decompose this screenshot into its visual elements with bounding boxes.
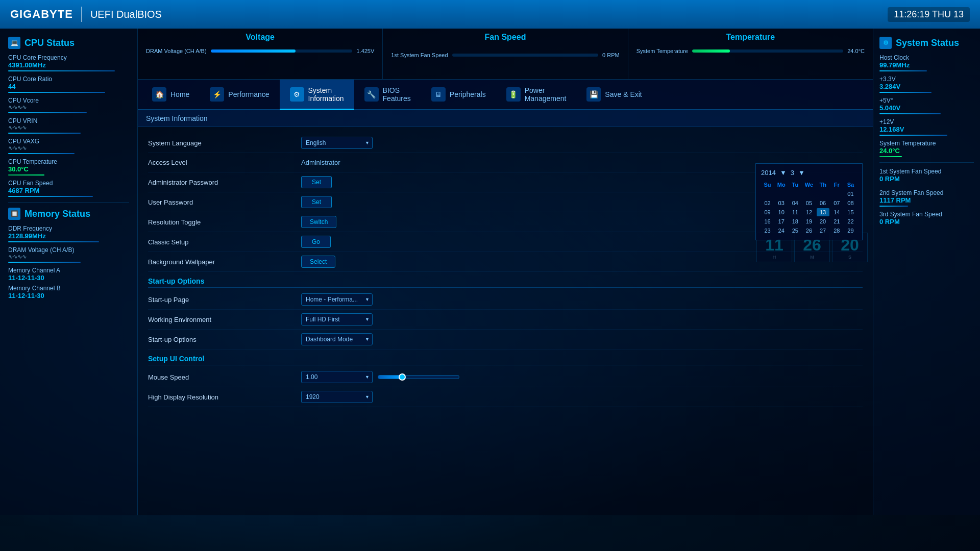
cal-header-tu: Tu — [789, 181, 801, 189]
system-language-row: System Language English — [148, 133, 863, 153]
cal-day-01[interactable]: 01 — [844, 190, 857, 198]
nav-tabs: 🏠 Home ⚡ Performance ⚙ SystemInformation… — [138, 80, 873, 110]
cal-day-19[interactable]: 19 — [802, 217, 815, 226]
peripherals-tab-icon: 🖥 — [431, 87, 446, 102]
v5-value: 5.040V — [879, 104, 974, 112]
cal-day-12[interactable]: 12 — [802, 208, 815, 216]
home-tab-icon: 🏠 — [152, 87, 166, 102]
cal-day-25[interactable]: 25 — [789, 227, 801, 235]
tab-save-exit[interactable]: 💾 Save & Exit — [576, 80, 652, 110]
temperature-title: Temperature — [636, 33, 865, 42]
cpu-vrin-bar — [8, 133, 81, 134]
save-exit-tab-icon: 💾 — [586, 87, 601, 102]
dram-volt-bar — [8, 262, 81, 263]
v33-label: +3.3V — [879, 76, 974, 83]
cal-day-07[interactable]: 07 — [830, 199, 843, 207]
startup-options-row: Start-up Options Dashboard Mode — [148, 330, 863, 349]
tab-peripherals[interactable]: 🖥 Peripherals — [421, 80, 496, 110]
resolution-switch-button[interactable]: Switch — [301, 216, 336, 228]
cal-day-10[interactable]: 10 — [775, 208, 788, 216]
cal-day-13[interactable]: 13 — [817, 208, 829, 216]
tab-bios-features[interactable]: 🔧 BIOSFeatures — [354, 80, 421, 110]
host-clock-bar — [879, 70, 927, 71]
sensor-area: Voltage DRAM Voltage (CH A/B) 1.425V Fan… — [138, 29, 873, 80]
system-status-stats: Host Clock 99.79MHz +3.3V 3.284V +5V° 5.… — [879, 54, 974, 228]
cal-day-06[interactable]: 06 — [817, 199, 829, 207]
host-clock-value: 99.79MHz — [879, 61, 974, 69]
startup-options-select-wrapper: Dashboard Mode — [301, 333, 373, 345]
cal-day-23[interactable]: 23 — [761, 227, 774, 235]
v12-bar — [879, 135, 947, 136]
startup-page-select[interactable]: Home - Performa... — [301, 293, 373, 306]
calendar-year: 2014 — [761, 169, 776, 177]
cal-day-24[interactable]: 24 — [775, 227, 788, 235]
fan-speed-block: Fan Speed 1st System Fan Speed 0 RPM — [383, 29, 628, 79]
working-env-select-wrapper: Full HD First — [301, 313, 373, 325]
cal-day-08[interactable]: 08 — [844, 199, 857, 207]
high-display-resolution-select[interactable]: 1920 — [301, 391, 373, 403]
fan-speed-title: Fan Speed — [391, 33, 619, 42]
tab-save-exit-label: Save & Exit — [605, 90, 642, 98]
ddr-freq-bar — [8, 241, 99, 242]
cal-day-21[interactable]: 21 — [830, 217, 843, 226]
fan2-value: 1117 RPM — [879, 196, 974, 204]
cpu-vaxg-label: CPU VAXG — [8, 138, 129, 145]
cal-day-02[interactable]: 02 — [761, 199, 774, 207]
cal-header-th: Th — [817, 181, 829, 189]
cal-day-15[interactable]: 15 — [844, 208, 857, 216]
tab-performance[interactable]: ⚡ Performance — [200, 80, 279, 110]
startup-page-control: Home - Performa... — [301, 293, 863, 306]
mouse-speed-select[interactable]: 1.00 — [301, 371, 373, 383]
user-password-set-button[interactable]: Set — [301, 196, 332, 208]
cal-day-29[interactable]: 29 — [844, 227, 857, 235]
cal-day-16[interactable]: 16 — [761, 217, 774, 226]
working-env-select[interactable]: Full HD First — [301, 313, 373, 325]
cal-day-03[interactable]: 03 — [775, 199, 788, 207]
calendar-header: 2014 ▼ 3 ▼ — [761, 169, 857, 177]
cal-day-11[interactable]: 11 — [789, 208, 801, 216]
tab-system-information[interactable]: ⚙ SystemInformation — [280, 80, 354, 110]
cal-day-28[interactable]: 28 — [830, 227, 843, 235]
system-status-icon: ⚙ — [879, 37, 892, 49]
background-wallpaper-select-button[interactable]: Select — [301, 256, 335, 268]
voltage-block: Voltage DRAM Voltage (CH A/B) 1.425V — [138, 29, 383, 79]
dram-volt-value: ∿∿∿∿ — [8, 254, 129, 260]
admin-password-set-button[interactable]: Set — [301, 176, 332, 188]
ddr-freq-label: DDR Frequency — [8, 225, 129, 232]
system-language-select[interactable]: English — [301, 137, 373, 149]
cpu-temp-label: CPU Temperature — [8, 158, 129, 165]
tab-home[interactable]: 🏠 Home — [142, 80, 200, 110]
tab-power-management[interactable]: 🔋 PowerManagement — [496, 80, 577, 110]
classic-setup-go-button[interactable]: Go — [301, 236, 331, 248]
cal-day-18[interactable]: 18 — [789, 217, 801, 226]
tab-performance-label: Performance — [228, 90, 269, 98]
sys-temp-row: System Temperature 24.0°C — [636, 48, 865, 54]
cal-day-27[interactable]: 27 — [817, 227, 829, 235]
working-env-label: Working Environment — [148, 316, 301, 323]
topbar: GIGABYTE UEFI DualBIOS 11:26:19 THU 13 — [0, 0, 980, 29]
working-env-row: Working Environment Full HD First — [148, 310, 863, 330]
cpu-vrin-value: ∿∿∿∿ — [8, 124, 129, 131]
mouse-speed-slider-track[interactable] — [378, 375, 459, 379]
cpu-fan-label: CPU Fan Speed — [8, 180, 129, 187]
cal-day-14[interactable]: 14 — [830, 208, 843, 216]
access-level-label: Access Level — [148, 159, 301, 166]
cal-day-04[interactable]: 04 — [789, 199, 801, 207]
startup-options-select[interactable]: Dashboard Mode — [301, 333, 373, 345]
cal-day-05[interactable]: 05 — [802, 199, 815, 207]
cal-day-22[interactable]: 22 — [844, 217, 857, 226]
panel-divider — [8, 202, 129, 203]
fan3-value: 0 RPM — [879, 218, 974, 226]
cal-day-17[interactable]: 17 — [775, 217, 788, 226]
cal-day-20[interactable]: 20 — [817, 217, 829, 226]
cal-day-26[interactable]: 26 — [802, 227, 815, 235]
tab-peripherals-label: Peripherals — [450, 90, 486, 98]
cpu-vcore-label: CPU Vcore — [8, 97, 129, 104]
power-tab-icon: 🔋 — [506, 87, 521, 102]
fan-speed-row: 1st System Fan Speed 0 RPM — [391, 52, 619, 58]
v33-bar — [879, 92, 932, 93]
memory-stats: DDR Frequency 2128.99MHz DRAM Voltage (C… — [8, 225, 129, 299]
cal-day-09[interactable]: 09 — [761, 208, 774, 216]
v5-label: +5V° — [879, 97, 974, 104]
cpu-temp-bar — [8, 174, 44, 176]
